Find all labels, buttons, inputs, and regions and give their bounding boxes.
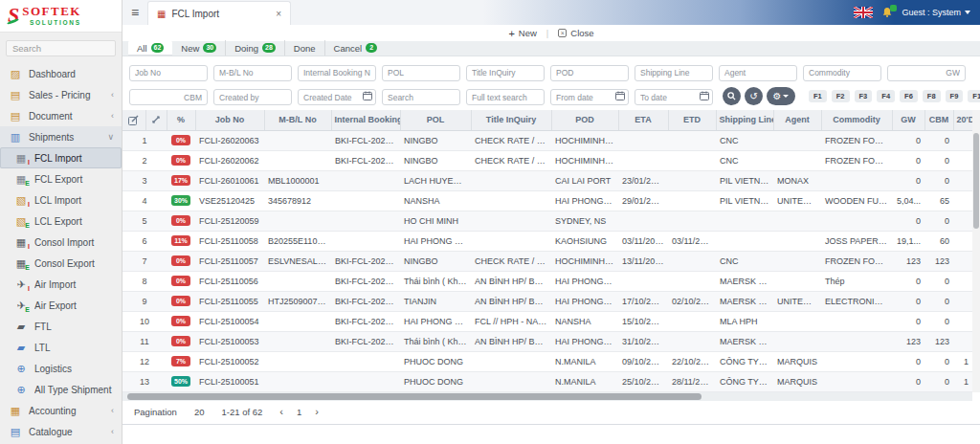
table-row[interactable]: 9 0% FCLI-25110055 HTJ250900737-M BKI-FC… xyxy=(122,291,972,311)
sidebar-item[interactable]: ▦E Consol Export xyxy=(0,253,122,274)
filter-input[interactable] xyxy=(550,65,629,81)
page-size-select[interactable]: 20 xyxy=(194,407,205,417)
column-header[interactable]: Shipping Line xyxy=(716,110,773,130)
column-header[interactable]: 20'DC xyxy=(953,110,972,130)
fkey-button[interactable]: F9 xyxy=(946,90,964,102)
status-tab[interactable]: All 62 xyxy=(128,40,172,56)
table-row[interactable]: 11 0% FCLI-25100053 BKI-FCL-202510-00...… xyxy=(122,331,972,351)
sidebar-item[interactable]: ▨ Dashboard xyxy=(0,63,122,84)
uk-flag-icon[interactable] xyxy=(854,7,873,18)
fkey-button[interactable]: F3 xyxy=(855,90,873,102)
sidebar-item[interactable]: ▦E FCL Export xyxy=(0,168,122,189)
sidebar-item[interactable]: ▰ FTL xyxy=(0,316,122,337)
filter-input[interactable] xyxy=(635,65,713,81)
column-header[interactable]: POL xyxy=(400,110,471,130)
horizontal-scrollbar-thumb[interactable] xyxy=(127,393,702,400)
column-header[interactable]: Agent xyxy=(773,110,821,130)
status-tab[interactable]: New 30 xyxy=(172,40,226,56)
sidebar-item-icon: ▨ xyxy=(9,67,22,80)
filter-input[interactable] xyxy=(466,65,545,81)
filter-input[interactable] xyxy=(298,89,376,105)
table-row[interactable]: 10 0% FCLI-25100054 BKI-FCL-202510-00...… xyxy=(122,311,972,331)
reset-button[interactable]: ↺ xyxy=(745,87,763,105)
sidebar-item[interactable]: ▥ Shipments ∨ xyxy=(0,126,122,147)
column-header[interactable]: % xyxy=(167,110,195,130)
column-header[interactable]: ETD xyxy=(668,110,716,130)
sidebar-item[interactable]: ▦ Accounting ‹ xyxy=(0,400,122,421)
sidebar-item[interactable]: ▤ Catalogue ‹ xyxy=(0,421,122,442)
column-header[interactable]: POD xyxy=(551,110,618,130)
table-row[interactable]: 5 0% FCLI-25120059 HO CHI MINH SYDNEY, N… xyxy=(122,211,972,231)
new-button[interactable]: + New xyxy=(508,28,536,39)
notifications-bell-icon[interactable] xyxy=(881,7,893,18)
close-button[interactable]: × Close xyxy=(558,28,593,38)
sidebar-item[interactable]: ⊕ Logistics xyxy=(0,358,122,379)
edit-column-icon[interactable] xyxy=(122,110,145,130)
table-row[interactable]: 7 0% FCLI-25110057 ESLVNESAL000656 BKI-F… xyxy=(122,251,972,271)
filter-input[interactable] xyxy=(635,89,713,105)
filter-input[interactable] xyxy=(129,89,208,105)
sidebar-search-input[interactable] xyxy=(6,40,116,56)
fkey-button[interactable]: F4 xyxy=(877,90,895,102)
column-header[interactable]: Commodity xyxy=(821,110,892,130)
fkey-button[interactable]: F8 xyxy=(923,90,941,102)
cell-shipping-line: CÔNG TY TNH... xyxy=(716,351,773,371)
table-row[interactable]: 4 30% VSE25120425 345678912 NANSHA HAI P… xyxy=(122,190,972,211)
fkey-button[interactable]: F1 xyxy=(809,90,827,102)
sidebar-item[interactable]: ▤ Document ‹ xyxy=(0,105,122,126)
column-header[interactable]: Title InQuiry xyxy=(471,110,551,130)
fkey-button[interactable]: F6 xyxy=(900,90,918,102)
vertical-scrollbar-thumb[interactable] xyxy=(973,133,979,229)
tab-close-icon[interactable]: × xyxy=(260,9,281,19)
column-header[interactable]: Internal Booking No xyxy=(331,110,400,130)
cell-eta: 03/11/2025 xyxy=(618,231,668,251)
expand-column-icon[interactable] xyxy=(145,110,167,130)
sidebar-item[interactable]: ✈E Air Export xyxy=(0,295,122,316)
table-row[interactable]: 3 17% FCLI-26010061 MBL1000001 LACH HUYE… xyxy=(122,170,972,190)
filter-input[interactable] xyxy=(213,89,292,105)
filter-input[interactable] xyxy=(719,65,797,81)
filter-input[interactable] xyxy=(466,89,545,105)
status-tab[interactable]: Cancel 2 xyxy=(325,40,387,56)
sidebar-item[interactable]: ▰ LTL xyxy=(0,337,122,358)
filter-input[interactable] xyxy=(382,89,460,105)
column-header[interactable]: M-B/L No xyxy=(264,110,331,130)
table-row[interactable]: 1 0% FCLI-26020063 BKI-FCL-202510-00... … xyxy=(122,130,972,150)
search-button[interactable] xyxy=(723,87,741,105)
filter-input[interactable] xyxy=(887,65,966,81)
filter-input[interactable] xyxy=(803,65,881,81)
sidebar-item[interactable]: ▦I Consol Import xyxy=(0,232,122,253)
hamburger-menu-icon[interactable]: ≡ xyxy=(122,0,147,25)
fkey-button[interactable]: F2 xyxy=(832,90,850,102)
settings-button[interactable]: ⚙ xyxy=(767,87,795,105)
filter-input[interactable] xyxy=(550,89,629,105)
cell-cbm: 0 xyxy=(924,311,953,331)
column-header[interactable]: Job No xyxy=(195,110,264,130)
sidebar-item[interactable]: ▤ Sales - Pricing ‹ xyxy=(0,84,122,105)
filter-input[interactable] xyxy=(382,65,460,81)
sidebar-item[interactable]: ▦I FCL Import xyxy=(0,147,122,168)
filter-input[interactable] xyxy=(129,65,208,81)
fkey-button[interactable]: F10 xyxy=(968,90,980,102)
table-row[interactable]: 6 11% FCLI-25110058 B20255E1103C HAI PHO… xyxy=(122,231,972,251)
status-tab[interactable]: Doing 28 xyxy=(226,40,285,56)
table-row[interactable]: 2 0% FCLI-26020062 BKI-FCL-202510-00... … xyxy=(122,150,972,170)
next-page-button[interactable]: › xyxy=(315,408,319,416)
table-row[interactable]: 12 7% FCLI-25100052 PHUOC DONG N.MANILA … xyxy=(122,351,972,371)
filter-input[interactable] xyxy=(213,65,292,81)
tab-fcl-import[interactable]: ▦ FCL Import × xyxy=(147,1,291,25)
column-header[interactable]: CBM xyxy=(924,110,953,130)
column-header[interactable]: ETA xyxy=(618,110,668,130)
sidebar-item[interactable]: ✈I Air Import xyxy=(0,274,122,295)
sidebar-item[interactable]: ▧I LCL Import xyxy=(0,189,122,211)
table-row[interactable]: 13 50% FCLI-25100051 PHUOC DONG N.MANILA… xyxy=(122,371,972,391)
previous-page-button[interactable]: ‹ xyxy=(279,408,283,416)
current-page[interactable]: 1 xyxy=(297,407,301,417)
table-row[interactable]: 8 0% FCLI-25110056 BKI-FCL-202511-00... … xyxy=(122,271,972,291)
column-header[interactable]: GW xyxy=(892,110,924,130)
sidebar-item[interactable]: ▧E LCL Export xyxy=(0,211,122,232)
user-menu-button[interactable]: Guest : System xyxy=(902,8,970,17)
filter-input[interactable] xyxy=(298,65,376,81)
status-tab[interactable]: Done xyxy=(285,40,325,56)
sidebar-item[interactable]: ⊕ All Type Shipment xyxy=(0,379,122,400)
